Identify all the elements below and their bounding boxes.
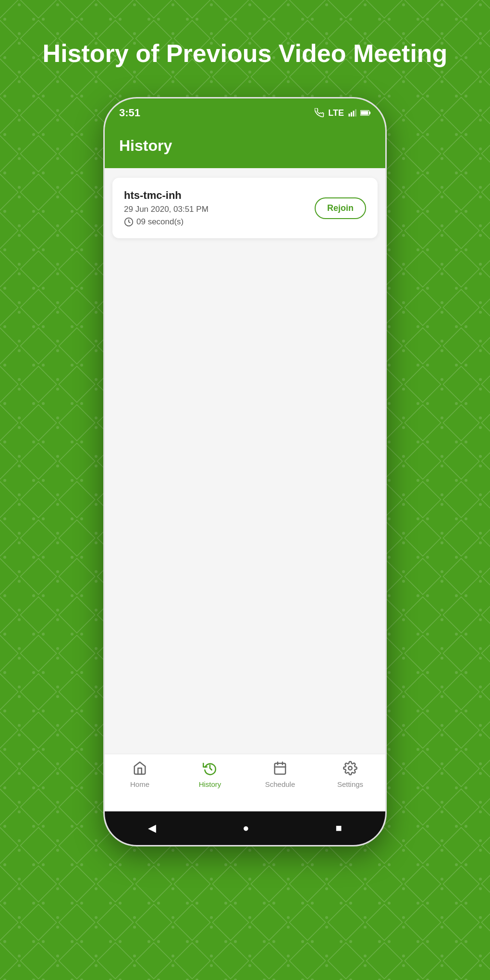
svg-point-18 bbox=[348, 767, 352, 771]
android-home-button[interactable]: ● bbox=[233, 818, 258, 838]
battery-icon bbox=[360, 110, 371, 116]
rejoin-button[interactable]: Rejoin bbox=[315, 197, 366, 219]
signal-icon bbox=[348, 109, 356, 117]
clock-icon bbox=[124, 217, 134, 227]
android-recents-button[interactable]: ■ bbox=[326, 818, 352, 838]
android-nav: ◀ ● ■ bbox=[105, 811, 385, 845]
home-icon bbox=[133, 761, 147, 778]
meeting-info: hts-tmc-inh 29 Jun 2020, 03:51 PM 09 sec… bbox=[124, 189, 315, 227]
content-area: hts-tmc-inh 29 Jun 2020, 03:51 PM 09 sec… bbox=[105, 168, 385, 845]
lte-indicator: LTE bbox=[328, 108, 344, 118]
app-header: History bbox=[105, 127, 385, 168]
status-icons: LTE bbox=[315, 108, 371, 118]
svg-rect-8 bbox=[353, 111, 355, 117]
svg-rect-7 bbox=[351, 112, 352, 117]
page-header-title: History of Previous Video Meeting bbox=[4, 0, 486, 97]
svg-rect-9 bbox=[355, 110, 356, 117]
nav-item-home[interactable]: Home bbox=[105, 761, 175, 788]
svg-rect-6 bbox=[349, 114, 350, 117]
main-content: hts-tmc-inh 29 Jun 2020, 03:51 PM 09 sec… bbox=[105, 168, 385, 754]
settings-icon bbox=[343, 761, 357, 778]
phone-icon bbox=[315, 108, 324, 118]
nav-item-settings[interactable]: Settings bbox=[315, 761, 385, 788]
svg-rect-11 bbox=[369, 112, 371, 114]
status-bar: 3:51 LTE bbox=[105, 98, 385, 127]
schedule-icon bbox=[273, 761, 287, 778]
nav-item-schedule[interactable]: Schedule bbox=[245, 761, 315, 788]
nav-label-history: History bbox=[199, 780, 221, 788]
nav-label-home: Home bbox=[130, 780, 149, 788]
nav-label-settings: Settings bbox=[337, 780, 363, 788]
nav-item-history[interactable]: History bbox=[175, 761, 245, 788]
meeting-date: 29 Jun 2020, 03:51 PM bbox=[124, 205, 315, 214]
meeting-duration: 09 second(s) bbox=[124, 217, 315, 227]
app-title: History bbox=[119, 137, 371, 155]
svg-rect-12 bbox=[361, 111, 368, 115]
bottom-nav: Home History bbox=[105, 754, 385, 811]
svg-rect-14 bbox=[275, 763, 286, 774]
nav-label-schedule: Schedule bbox=[265, 780, 295, 788]
meeting-card: hts-tmc-inh 29 Jun 2020, 03:51 PM 09 sec… bbox=[112, 178, 378, 238]
status-time: 3:51 bbox=[119, 107, 140, 119]
history-icon bbox=[203, 761, 217, 778]
meeting-name: hts-tmc-inh bbox=[124, 189, 315, 202]
duration-text: 09 second(s) bbox=[136, 217, 184, 227]
android-back-button[interactable]: ◀ bbox=[138, 818, 166, 838]
phone-frame: 3:51 LTE History bbox=[103, 97, 387, 846]
